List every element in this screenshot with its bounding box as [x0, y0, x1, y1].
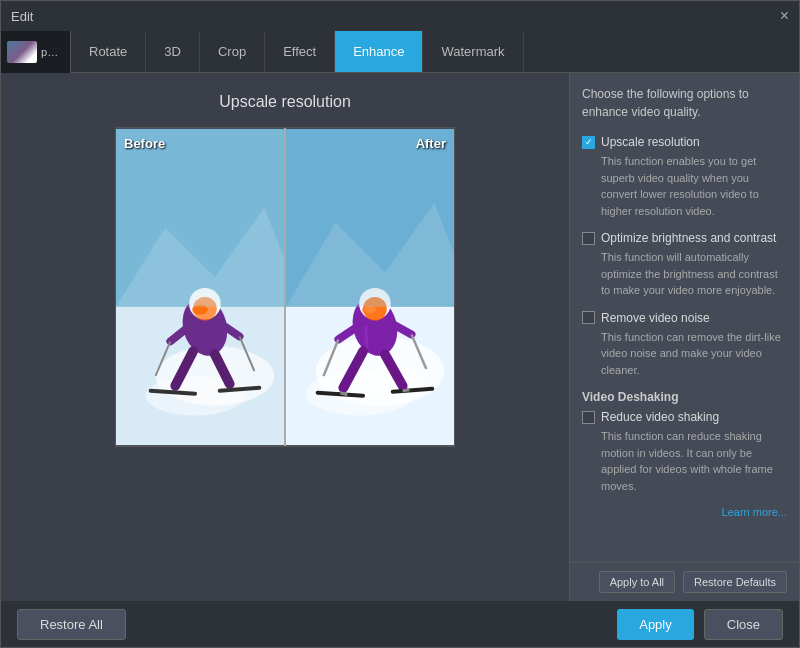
brightness-checkbox[interactable]	[582, 232, 595, 245]
before-after-container: Before	[115, 127, 455, 447]
tab-watermark[interactable]: Watermark	[423, 31, 523, 72]
window-title: Edit	[11, 9, 33, 24]
tab-effect[interactable]: Effect	[265, 31, 335, 72]
restore-defaults-button[interactable]: Restore Defaults	[683, 571, 787, 593]
tab-bar: pexels-nang-... Rotate 3D Crop Effect En…	[1, 31, 799, 73]
brightness-desc: This function will automatically optimiz…	[601, 249, 787, 299]
preview-area: Upscale resolution Before	[1, 73, 569, 601]
learn-more-link[interactable]: Learn more...	[582, 506, 787, 518]
noise-checkbox[interactable]	[582, 311, 595, 324]
tab-list: Rotate 3D Crop Effect Enhance Watermark	[71, 31, 799, 72]
file-name: pexels-nang-...	[41, 46, 64, 58]
svg-line-29	[403, 390, 410, 391]
noise-desc: This function can remove the dirt-like v…	[601, 329, 787, 379]
sidebar-content: Choose the following options to enhance …	[570, 73, 799, 562]
before-panel: Before	[116, 128, 286, 446]
tab-3d[interactable]: 3D	[146, 31, 200, 72]
upscale-label[interactable]: Upscale resolution	[601, 135, 700, 149]
title-bar: Edit ×	[1, 1, 799, 31]
option-upscale-row: Upscale resolution	[582, 135, 787, 149]
sidebar: Choose the following options to enhance …	[569, 73, 799, 601]
title-bar-left: Edit	[11, 9, 33, 24]
window-close-button[interactable]: ×	[780, 8, 789, 24]
sidebar-intro: Choose the following options to enhance …	[582, 85, 787, 121]
upscale-checkbox[interactable]	[582, 136, 595, 149]
after-label: After	[416, 136, 446, 151]
option-brightness-row: Optimize brightness and contrast	[582, 231, 787, 245]
upscale-desc: This function enables you to get superb …	[601, 153, 787, 219]
tab-rotate[interactable]: Rotate	[71, 31, 146, 72]
apply-to-all-button[interactable]: Apply to All	[599, 571, 675, 593]
deshake-desc: This function can reduce shaking motion …	[601, 428, 787, 494]
bottom-right-buttons: Apply Close	[617, 609, 783, 640]
tab-crop[interactable]: Crop	[200, 31, 265, 72]
tab-enhance[interactable]: Enhance	[335, 31, 423, 72]
svg-point-37	[364, 306, 376, 313]
edit-window: Edit × pexels-nang-... Rotate 3D Crop Ef…	[0, 0, 800, 648]
before-label: Before	[124, 136, 165, 151]
noise-label[interactable]: Remove video noise	[601, 311, 710, 325]
main-content: Upscale resolution Before	[1, 73, 799, 601]
brightness-label[interactable]: Optimize brightness and contrast	[601, 231, 776, 245]
before-image	[116, 128, 284, 446]
restore-all-button[interactable]: Restore All	[17, 609, 126, 640]
close-button[interactable]: Close	[704, 609, 783, 640]
bottom-bar: Restore All Apply Close	[1, 601, 799, 647]
after-panel: After	[286, 128, 454, 446]
thumbnail-image	[7, 41, 37, 63]
svg-line-28	[340, 393, 347, 395]
deshaking-section-title: Video Deshaking	[582, 390, 787, 404]
apply-button[interactable]: Apply	[617, 609, 694, 640]
sidebar-actions: Apply to All Restore Defaults	[570, 562, 799, 601]
option-deshake-row: Reduce video shaking	[582, 410, 787, 424]
deshake-label[interactable]: Reduce video shaking	[601, 410, 719, 424]
after-image	[286, 128, 454, 446]
deshake-checkbox[interactable]	[582, 411, 595, 424]
option-noise-row: Remove video noise	[582, 311, 787, 325]
preview-title: Upscale resolution	[219, 93, 351, 111]
file-thumbnail: pexels-nang-...	[1, 31, 71, 73]
svg-line-23	[365, 312, 367, 352]
